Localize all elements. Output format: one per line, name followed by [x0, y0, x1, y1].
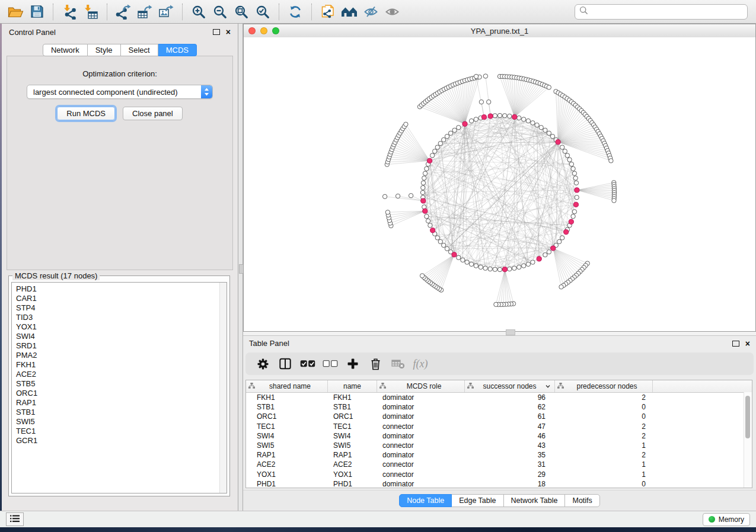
tab-node-table[interactable]: Node Table [399, 494, 452, 507]
mcds-result-item[interactable]: ACE2 [16, 370, 227, 379]
mcds-result-item[interactable]: RAP1 [16, 398, 227, 408]
column-header-label: shared name [255, 382, 325, 390]
tab-network[interactable]: Network [43, 44, 88, 56]
cell-shared-name: ACE2 [246, 460, 328, 469]
task-history-button[interactable] [6, 512, 24, 526]
import-table-icon[interactable] [80, 2, 101, 21]
deselect-all-checkboxes-icon[interactable] [319, 354, 342, 373]
cell-MCDS-role: dominator [377, 480, 465, 488]
memory-button[interactable]: Memory [703, 513, 750, 526]
zoom-fit-icon[interactable] [231, 2, 252, 21]
column-header-MCDS-role[interactable]: MCDS role [377, 380, 465, 392]
close-panel-button[interactable]: Close panel [123, 107, 183, 120]
table-row[interactable]: STB1STB1dominator620 [246, 402, 752, 412]
cell-predecessor-nodes: 0 [555, 403, 653, 411]
column-header-name[interactable]: name [328, 380, 377, 392]
tab-style[interactable]: Style [88, 44, 121, 56]
mcds-result-item[interactable]: STB1 [16, 408, 227, 417]
tab-network-table[interactable]: Network Table [503, 494, 566, 507]
network-view-titlebar[interactable]: YPA_prune.txt_1 [244, 24, 755, 38]
column-header-shared-name[interactable]: shared name [246, 380, 328, 392]
select-all-checkboxes-icon[interactable] [296, 354, 319, 373]
export-image-icon[interactable] [155, 2, 177, 21]
network-document-icon[interactable] [317, 2, 339, 21]
settings-gear-icon[interactable] [251, 354, 274, 373]
run-mcds-button[interactable]: Run MCDS [57, 107, 115, 120]
mcds-result-item[interactable]: TID3 [16, 313, 227, 322]
refresh-icon[interactable] [285, 2, 306, 21]
cell-successor-nodes: 43 [465, 441, 555, 450]
tab-select[interactable]: Select [121, 44, 158, 56]
table-panel-header: Table Panel × [243, 336, 756, 351]
table-row[interactable]: ORC1ORC1dominator610 [246, 412, 752, 421]
mcds-result-item[interactable]: STP4 [16, 303, 227, 313]
close-table-panel-icon[interactable]: × [745, 341, 750, 347]
mcds-result-item[interactable]: SWI4 [16, 332, 227, 341]
search-icon [579, 6, 588, 17]
zoom-in-icon[interactable] [188, 2, 209, 21]
mcds-result-item[interactable]: YOX1 [16, 322, 227, 332]
mcds-result-item[interactable]: SWI5 [16, 417, 227, 427]
tab-mcds[interactable]: MCDS [158, 44, 197, 56]
float-window-icon[interactable] [213, 29, 220, 35]
tab-motifs[interactable]: Motifs [564, 494, 599, 507]
table-row[interactable]: YOX1YOX1connector291 [246, 470, 752, 479]
table-panel: Table Panel × f(x) shared namenameMCDS r… [243, 335, 756, 511]
close-panel-icon[interactable]: × [226, 29, 231, 35]
eye-icon [381, 2, 403, 21]
column-header-predecessor-nodes[interactable]: predecessor nodes [555, 380, 653, 392]
zoom-out-icon[interactable] [209, 2, 231, 21]
table-scrollbar-thumb[interactable] [745, 396, 750, 438]
table-row[interactable]: TEC1TEC1connector472 [246, 422, 752, 431]
cell-successor-nodes: 47 [465, 422, 555, 431]
sitemap-icon [557, 382, 564, 390]
network-graph[interactable] [244, 37, 755, 331]
cell-predecessor-nodes: 2 [555, 422, 653, 431]
houses-icon[interactable] [339, 2, 360, 21]
mcds-list-scrollbar[interactable] [219, 283, 227, 493]
vertical-splitter[interactable] [238, 24, 243, 511]
status-bar: Memory [0, 511, 756, 527]
criterion-dropdown[interactable]: largest connected component (undirected) [27, 85, 213, 99]
delete-entry-icon[interactable] [364, 354, 387, 373]
mcds-result-item[interactable]: FKH1 [16, 360, 227, 370]
save-session-icon[interactable] [26, 2, 47, 21]
control-panel-title: Control Panel [9, 28, 56, 37]
mcds-result-item[interactable]: CAR1 [16, 294, 227, 303]
eye-slash-icon[interactable] [360, 2, 381, 21]
open-file-icon[interactable] [5, 2, 26, 21]
table-row[interactable]: SWI4SWI4dominator462 [246, 431, 752, 441]
sitemap-icon [248, 382, 255, 390]
export-table-icon[interactable] [134, 2, 155, 21]
mcds-result-item[interactable]: PMA2 [16, 351, 227, 360]
mcds-result-item[interactable]: ORC1 [16, 389, 227, 398]
split-columns-icon[interactable] [274, 354, 296, 373]
float-table-panel-icon[interactable] [732, 341, 739, 347]
criterion-dropdown-value: largest connected component (undirected) [27, 88, 201, 97]
mcds-result-item[interactable]: SRD1 [16, 341, 227, 351]
mcds-result-item[interactable]: TEC1 [16, 427, 227, 436]
cell-name: ACE2 [328, 460, 377, 469]
mcds-result-list[interactable]: PHD1CAR1STP4TID3YOX1SWI4SRD1PMA2FKH1ACE2… [11, 282, 227, 493]
table-row[interactable]: ACE2ACE2connector311 [246, 460, 752, 469]
table-row[interactable]: RAP1RAP1dominator352 [246, 450, 752, 460]
network-canvas[interactable] [244, 37, 755, 331]
table-row[interactable]: SWI5SWI5connector431 [246, 441, 752, 450]
add-entry-icon[interactable] [342, 354, 364, 373]
table-row[interactable]: FKH1FKH1dominator962 [246, 393, 752, 402]
table-row[interactable]: PHD1PHD1dominator180 [246, 479, 752, 488]
table-scrollbar[interactable] [744, 392, 752, 488]
mcds-result-item[interactable]: PHD1 [16, 284, 227, 294]
mcds-result-item[interactable]: STB5 [16, 379, 227, 389]
import-network-icon[interactable] [59, 2, 80, 21]
zoom-selected-icon[interactable] [252, 2, 273, 21]
tab-edge-table[interactable]: Edge Table [451, 494, 503, 507]
cell-predecessor-nodes: 1 [555, 470, 653, 479]
search-box[interactable] [575, 4, 748, 20]
column-header-successor-nodes[interactable]: successor nodes [465, 380, 555, 392]
export-network-icon[interactable] [113, 2, 134, 21]
mcds-result-item[interactable]: GCR1 [16, 436, 227, 446]
search-input[interactable] [591, 7, 743, 17]
cell-MCDS-role: dominator [377, 403, 465, 411]
horizontal-splitter-handle[interactable] [506, 329, 515, 335]
